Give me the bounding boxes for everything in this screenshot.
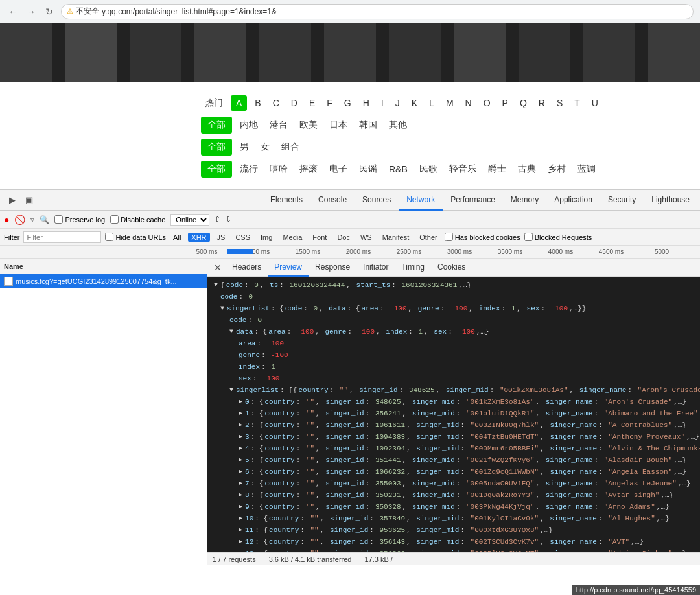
genre-ambient[interactable]: 轻音乐	[445, 161, 480, 178]
download-icon[interactable]: ⇩	[226, 215, 231, 224]
detail-tab-preview[interactable]: Preview	[268, 259, 309, 277]
throttle-select[interactable]: Online	[170, 214, 209, 226]
letter-i[interactable]: I	[377, 95, 388, 111]
region-western[interactable]: 欧美	[296, 117, 321, 134]
expand-singerList[interactable]: ▼	[220, 303, 224, 314]
detail-tab-initiator[interactable]: Initiator	[356, 259, 395, 277]
all-genre-button[interactable]: 全部	[201, 161, 232, 178]
js-filter-btn[interactable]: JS	[214, 233, 229, 242]
record-button[interactable]: ●	[4, 215, 9, 225]
region-japan[interactable]: 日本	[325, 117, 351, 134]
hide-data-urls-checkbox[interactable]	[105, 233, 113, 241]
cursor-icon[interactable]: ▶	[5, 193, 19, 207]
genre-rnb[interactable]: R&B	[385, 161, 412, 177]
all-type-btn[interactable]: All	[170, 233, 184, 242]
genre-folk[interactable]: 民谣	[355, 161, 381, 178]
letter-r[interactable]: R	[535, 95, 549, 111]
region-korea[interactable]: 韩国	[355, 117, 381, 134]
genre-hiphop[interactable]: 嘻哈	[266, 161, 292, 178]
genre-pop[interactable]: 流行	[236, 161, 262, 178]
letter-g[interactable]: G	[340, 95, 355, 111]
hot-filter[interactable]: 热门	[201, 95, 227, 111]
css-filter-btn[interactable]: CSS	[232, 233, 253, 242]
font-filter-btn[interactable]: Font	[309, 233, 330, 242]
address-bar[interactable]: ⚠ 不安全 y.qq.com/portal/singer_list.html#p…	[61, 4, 694, 19]
tab-console[interactable]: Console	[310, 190, 355, 211]
region-mainland[interactable]: 内地	[236, 117, 262, 134]
tab-elements[interactable]: Elements	[262, 190, 310, 211]
detail-tab-headers[interactable]: Headers	[226, 259, 268, 277]
letter-s[interactable]: S	[553, 95, 566, 111]
letter-q[interactable]: Q	[516, 95, 531, 111]
letter-b[interactable]: B	[251, 95, 264, 111]
genre-folk2[interactable]: 民歌	[415, 161, 441, 178]
media-filter-btn[interactable]: Media	[279, 233, 305, 242]
request-item[interactable]: musics.fcg?=getUCGI23142899125007754&g_t…	[0, 274, 207, 288]
preserve-log-checkbox[interactable]	[54, 215, 63, 224]
reload-button[interactable]: ↻	[43, 5, 56, 18]
letter-n[interactable]: N	[461, 95, 476, 111]
back-button[interactable]: ←	[6, 5, 19, 18]
filter-icon[interactable]: ▿	[30, 215, 34, 224]
letter-f[interactable]: F	[323, 95, 336, 111]
blocked-requests-label[interactable]: Blocked Requests	[524, 233, 592, 241]
tab-sources[interactable]: Sources	[355, 190, 399, 211]
filter-input[interactable]	[23, 231, 101, 243]
device-icon[interactable]: ▣	[22, 193, 36, 207]
region-hktw[interactable]: 港台	[266, 117, 292, 134]
expand-item-0[interactable]: ▶	[239, 397, 242, 407]
letter-k[interactable]: K	[408, 95, 421, 111]
tab-network[interactable]: Network	[399, 190, 443, 211]
genre-classical[interactable]: 古典	[514, 161, 540, 178]
ws-filter-btn[interactable]: WS	[357, 233, 375, 242]
letter-p[interactable]: P	[498, 95, 512, 111]
tab-performance[interactable]: Performance	[443, 190, 503, 211]
all-region-button[interactable]: 全部	[201, 117, 232, 134]
letter-m[interactable]: M	[442, 95, 458, 111]
letter-j[interactable]: J	[391, 95, 404, 111]
disable-cache-checkbox[interactable]	[110, 215, 119, 224]
other-filter-btn[interactable]: Other	[416, 233, 441, 242]
img-filter-btn[interactable]: Img	[257, 233, 275, 242]
doc-filter-btn[interactable]: Doc	[334, 233, 353, 242]
genre-country[interactable]: 乡村	[544, 161, 570, 178]
close-detail-button[interactable]: ✕	[210, 262, 226, 273]
tab-memory[interactable]: Memory	[503, 190, 546, 211]
preserve-log-label[interactable]: Preserve log	[54, 215, 105, 224]
expand-singerlist[interactable]: ▼	[229, 385, 233, 395]
tab-security[interactable]: Security	[600, 190, 644, 211]
tab-lighthouse[interactable]: Lighthouse	[644, 190, 697, 211]
letter-o[interactable]: O	[480, 95, 495, 111]
genre-jazz[interactable]: 爵士	[484, 161, 510, 178]
region-other[interactable]: 其他	[385, 117, 411, 134]
forward-button[interactable]: →	[25, 5, 38, 18]
hide-data-urls-label[interactable]: Hide data URLs	[105, 233, 166, 241]
all-gender-button[interactable]: 全部	[201, 139, 232, 156]
genre-rock[interactable]: 摇滚	[296, 161, 321, 178]
manifest-filter-btn[interactable]: Manifest	[379, 233, 413, 242]
blocked-requests-checkbox[interactable]	[524, 233, 533, 241]
genre-blues[interactable]: 蓝调	[574, 161, 600, 178]
letter-e[interactable]: E	[305, 95, 319, 111]
letter-l[interactable]: L	[425, 95, 438, 111]
letter-d[interactable]: D	[287, 95, 301, 111]
disable-cache-label[interactable]: Disable cache	[110, 215, 165, 224]
stop-button[interactable]: 🚫	[14, 215, 25, 225]
letter-t[interactable]: T	[570, 95, 584, 111]
gender-female[interactable]: 女	[257, 139, 274, 156]
has-blocked-checkbox[interactable]	[445, 233, 453, 241]
expand-data[interactable]: ▼	[229, 327, 233, 337]
detail-tab-timing[interactable]: Timing	[395, 259, 431, 277]
letter-u[interactable]: U	[588, 95, 602, 111]
upload-icon[interactable]: ⇧	[215, 215, 220, 224]
detail-tab-response[interactable]: Response	[309, 259, 356, 277]
expand-root[interactable]: ▼	[214, 280, 218, 290]
search-network-icon[interactable]: 🔍	[40, 215, 49, 224]
genre-electronic[interactable]: 电子	[325, 161, 351, 178]
letter-a-button[interactable]: A	[231, 95, 247, 111]
letter-c[interactable]: C	[269, 95, 283, 111]
letter-h[interactable]: H	[359, 95, 373, 111]
tab-application[interactable]: Application	[546, 190, 600, 211]
gender-group[interactable]: 组合	[277, 139, 303, 156]
detail-tab-cookies[interactable]: Cookies	[431, 259, 472, 277]
